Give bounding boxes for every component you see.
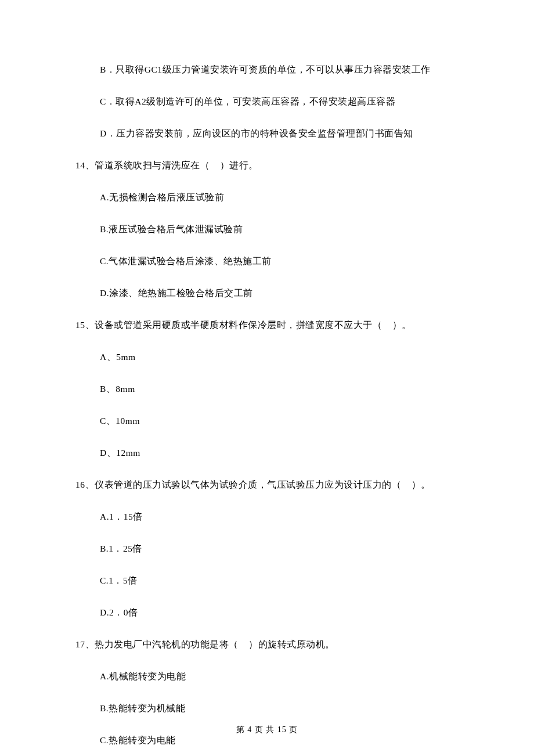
- option-text: B.热能转变为机械能: [75, 703, 459, 715]
- question-stem: 15、设备或管道采用硬质或半硬质材料作保冷层时，拼缝宽度不应大于（ ）。: [75, 319, 459, 332]
- option-text: C.1．5倍: [75, 575, 459, 587]
- option-text: D、12mm: [75, 447, 459, 459]
- option-text: C、10mm: [75, 415, 459, 427]
- option-text: A.1．15倍: [75, 511, 459, 523]
- option-text: C.气体泄漏试验合格后涂漆、绝热施工前: [75, 255, 459, 268]
- option-text: B.液压试验合格后气体泄漏试验前: [75, 224, 459, 236]
- option-text: C.热能转变为电能: [75, 735, 459, 747]
- option-text: B、8mm: [75, 383, 459, 395]
- question-stem: 14、管道系统吹扫与清洗应在（ ）进行。: [75, 160, 459, 172]
- option-text: A.机械能转变为电能: [75, 671, 459, 683]
- question-stem: 16、仪表管道的压力试验以气体为试验介质，气压试验压力应为设计压力的（ ）。: [75, 479, 459, 491]
- page-footer: 第 4 页 共 15 页: [0, 725, 534, 735]
- option-text: A.无损检测合格后液压试验前: [75, 192, 459, 204]
- option-text: A、5mm: [75, 351, 459, 363]
- option-text: C．取得A2级制造许可的单位，可安装高压容器，不得安装超高压容器: [75, 96, 459, 108]
- option-text: B.1．25倍: [75, 543, 459, 555]
- option-text: D．压力容器安装前，应向设区的市的特种设备安全监督管理部门书面告知: [75, 128, 459, 140]
- question-stem: 17、热力发电厂中汽轮机的功能是将（ ）的旋转式原动机。: [75, 639, 459, 651]
- option-text: D.2．0倍: [75, 607, 459, 619]
- page-container: B．只取得GC1级压力管道安装许可资质的单位，不可以从事压力容器安装工作 C．取…: [0, 0, 534, 756]
- option-text: D.涂漆、绝热施工检验合格后交工前: [75, 287, 459, 300]
- option-text: B．只取得GC1级压力管道安装许可资质的单位，不可以从事压力容器安装工作: [75, 64, 459, 76]
